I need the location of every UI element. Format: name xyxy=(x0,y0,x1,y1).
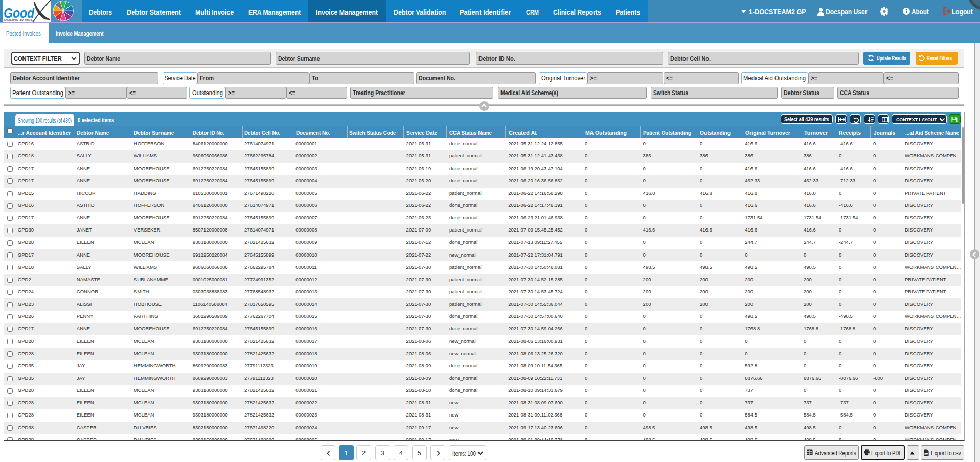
svg-text:csv: csv xyxy=(925,453,928,455)
